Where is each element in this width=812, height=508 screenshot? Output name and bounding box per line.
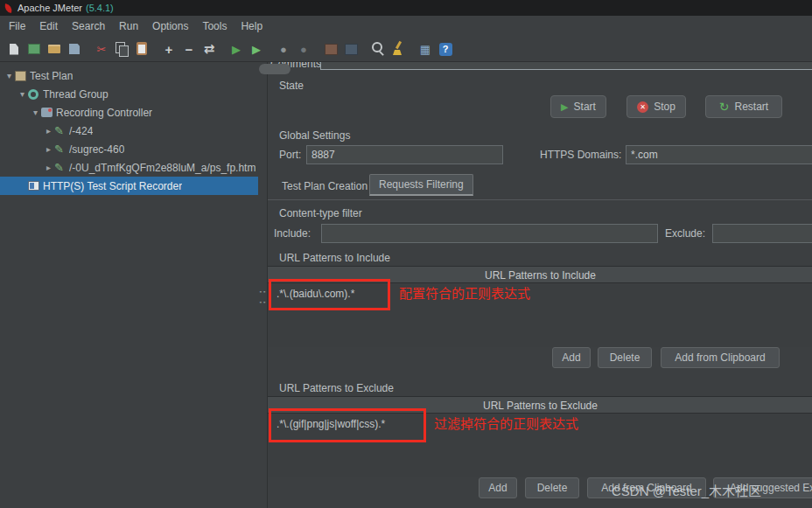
tree-item-label: HTTP(S) Test Script Recorder <box>43 180 182 192</box>
tab-requests-filtering[interactable]: Requests Filtering <box>369 174 473 196</box>
include-label: Include: <box>274 227 311 240</box>
title-bar: Apache JMeter (5.4.1) <box>0 0 812 16</box>
expand-all-icon[interactable]: + <box>159 39 178 59</box>
menu-run[interactable]: Run <box>112 17 145 35</box>
copy-icon[interactable] <box>112 39 131 59</box>
include-input[interactable] <box>321 224 658 243</box>
stop-button-label: Stop <box>654 101 676 113</box>
menu-edit[interactable]: Edit <box>32 17 65 35</box>
chevron-expanded-icon[interactable]: ▾ <box>30 108 41 117</box>
tree-item-label: Recording Controller <box>56 107 152 119</box>
menu-help[interactable]: Help <box>234 17 270 35</box>
sampler-pencil-icon: ✎ <box>54 143 69 155</box>
include-add-button[interactable]: Add <box>552 347 591 368</box>
start-icon[interactable]: ▶ <box>227 39 246 59</box>
menu-search[interactable]: Search <box>65 17 112 35</box>
chevron-expanded-icon[interactable]: ▾ <box>17 89 28 99</box>
stop-button[interactable]: ✕ Stop <box>626 95 686 118</box>
help-glyph: ? <box>439 43 452 56</box>
comments-input[interactable] <box>320 62 812 70</box>
tab-test-plan-creation[interactable]: Test Plan Creation <box>275 176 374 197</box>
start-triangle-icon: ▶ <box>561 101 568 113</box>
url-patterns-include-section-label: URL Patterns to Include <box>279 252 390 264</box>
restart-button[interactable]: ↻ Restart <box>705 95 782 118</box>
save-icon[interactable] <box>65 39 84 59</box>
tree-item-sampler[interactable]: ▸ ✎ /sugrec-460 <box>0 140 258 158</box>
chevron-collapsed-icon[interactable]: ▸ <box>43 144 54 154</box>
test-plan-tree: ▾ Test Plan ▾ Thread Group ▾ Recording C… <box>0 62 258 508</box>
port-label: Port: <box>279 149 301 161</box>
tree-item-http-test-script-recorder[interactable]: HTTP(S) Test Script Recorder <box>0 177 258 195</box>
tree-item-label: /-424 <box>69 125 93 137</box>
tree-item-test-plan[interactable]: ▾ Test Plan <box>0 66 258 85</box>
exclude-label: Exclude: <box>665 227 705 240</box>
shutdown-icon[interactable]: ● <box>294 39 313 59</box>
collapse-all-icon[interactable]: − <box>179 39 199 59</box>
url-patterns-exclude-section-label: URL Patterns to Exclude <box>279 382 394 394</box>
new-file-icon[interactable] <box>4 39 24 59</box>
exclude-delete-button[interactable]: Delete <box>525 477 579 498</box>
tree-item-label: Test Plan <box>30 70 73 82</box>
tree-item-thread-group[interactable]: ▾ Thread Group <box>0 85 258 103</box>
delete-label: Delete <box>537 482 568 494</box>
tree-item-label: Thread Group <box>43 88 108 101</box>
scrollbar-thumb[interactable] <box>259 64 290 74</box>
menu-tools[interactable]: Tools <box>195 17 234 35</box>
paste-icon[interactable] <box>132 39 151 59</box>
exclude-input[interactable] <box>712 224 812 243</box>
start-button-label: Start <box>574 101 596 113</box>
include-delete-button[interactable]: Delete <box>598 347 652 368</box>
test-plan-icon <box>15 71 26 81</box>
icon-wrap <box>28 181 43 191</box>
templates-icon[interactable] <box>24 39 44 59</box>
tree-item-label: /sugrec-460 <box>69 143 124 156</box>
tree-item-recording-controller[interactable]: ▾ Recording Controller <box>0 103 258 122</box>
chevron-expanded-icon[interactable]: ▾ <box>4 71 15 80</box>
menu-file[interactable]: File <box>2 17 32 35</box>
restart-arrow-icon: ↻ <box>719 101 730 113</box>
state-label: State <box>279 80 304 92</box>
content-type-filter-label: Content-type filter <box>279 207 362 219</box>
tree-item-sampler[interactable]: ▸ ✎ /-424 <box>0 122 258 140</box>
search-icon[interactable] <box>368 39 388 59</box>
remote-start-all-icon[interactable] <box>321 39 340 59</box>
menu-bar: File Edit Search Run Options Tools Help <box>0 16 812 37</box>
remote-shutdown-all-icon[interactable] <box>341 39 360 59</box>
exclude-annotation-box <box>269 408 426 442</box>
include-annotation-text: 配置符合的正则表达式 <box>399 283 530 302</box>
chevron-collapsed-icon[interactable]: ▸ <box>43 126 54 136</box>
function-helper-icon[interactable]: ▦ <box>416 39 435 59</box>
jmeter-window: Apache JMeter (5.4.1) File Edit Search R… <box>0 0 812 508</box>
window-title: Apache JMeter <box>18 3 82 13</box>
icon-wrap <box>28 89 43 100</box>
include-add-from-clipboard-button[interactable]: Add from Clipboard <box>661 347 780 368</box>
add-from-clipboard-label: Add from Clipboard <box>675 351 765 364</box>
recording-controller-icon <box>41 108 52 117</box>
tree-item-label: /-0U_dTmfKgQFm2e88luM_a/ps_fp.htm <box>69 162 256 174</box>
chevron-collapsed-icon[interactable]: ▸ <box>43 163 54 172</box>
https-domains-input[interactable] <box>626 145 812 164</box>
https-domains-label: HTTPS Domains: <box>540 149 621 161</box>
toggle-icon[interactable]: ⇄ <box>200 39 219 59</box>
open-file-icon[interactable] <box>45 39 64 59</box>
port-input[interactable] <box>306 145 503 164</box>
start-button[interactable]: ▶ Start <box>550 95 606 118</box>
stop-circle-icon: ✕ <box>637 101 648 113</box>
exclude-add-button[interactable]: Add <box>479 477 517 498</box>
clear-all-icon[interactable] <box>388 39 408 59</box>
cut-icon[interactable]: ✂ <box>92 39 111 59</box>
jmeter-logo-icon <box>4 3 13 13</box>
start-no-timers-icon[interactable]: ▶ <box>247 39 266 59</box>
script-recorder-icon <box>28 181 39 191</box>
icon-wrap <box>41 108 56 117</box>
tree-item-sampler[interactable]: ▸ ✎ /-0U_dTmfKgQFm2e88luM_a/ps_fp.htm <box>0 158 258 177</box>
menu-options[interactable]: Options <box>145 17 195 35</box>
restart-button-label: Restart <box>735 101 769 113</box>
toolbar: ✂ + − ⇄ ▶ ▶ ● ● ▦ ? <box>0 37 812 62</box>
help-icon[interactable]: ? <box>436 39 455 59</box>
csdn-watermark: CSDN @Tester_木木社区 <box>612 481 761 499</box>
stop-icon[interactable]: ● <box>274 39 293 59</box>
icon-wrap <box>15 71 30 81</box>
add-label: Add <box>488 482 507 494</box>
global-settings-label: Global Settings <box>279 129 350 142</box>
